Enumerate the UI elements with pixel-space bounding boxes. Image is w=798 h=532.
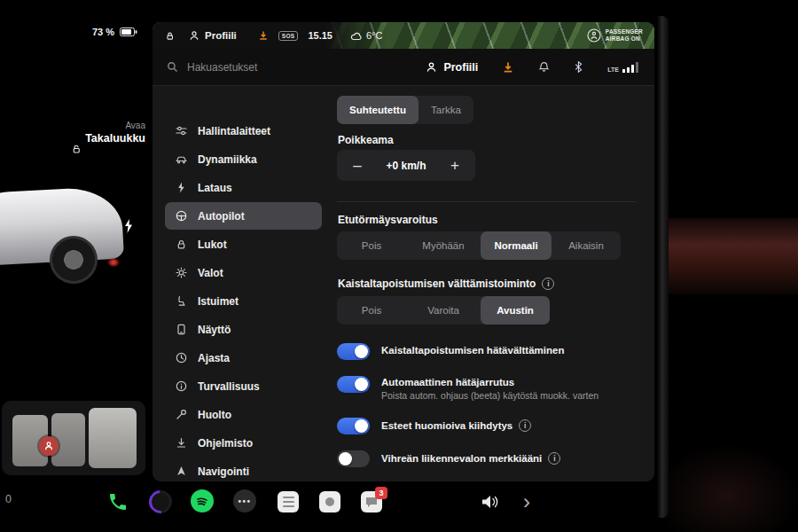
open-trunk-hint: Avaa [46,121,145,130]
search-placeholder: Hakuasetukset [187,61,257,74]
open-trunk-button[interactable]: Avaa Takaluukku [46,121,145,145]
segment-chill[interactable]: Suhteutettu [337,96,419,124]
emergency-lane-toggle[interactable] [337,343,370,360]
driver-temp-fragment[interactable]: 0 [5,493,12,505]
volume-control[interactable] [478,489,503,514]
car-wheel [50,236,98,284]
more-apps-button[interactable]: ••• [233,489,256,512]
status-profile-label[interactable]: Profiili [205,30,237,41]
sidebar-item-label: Navigointi [198,466,249,478]
sidebar-item-dynamics[interactable]: Dynamiikka [165,145,322,173]
interior-shadow [630,426,798,532]
offset-minus-button[interactable]: – [337,150,378,181]
outside-temp-label[interactable]: 6°C [366,30,382,41]
info-icon[interactable]: i [548,452,560,465]
navigation-icon [176,466,187,477]
network-indicator[interactable]: LTE [607,62,638,73]
sidebar-item-label: Ohjelmisto [198,437,253,450]
toggle-row-aeb: Automaattinen hätäjarrutus Poista autom.… [337,375,598,401]
sidebar-item-label: Istuimet [198,295,239,308]
download-icon[interactable] [502,61,514,74]
download-icon[interactable] [258,30,269,41]
section-divider [337,201,636,202]
profile-icon [426,61,437,73]
record-app-button[interactable] [148,489,173,514]
sidebar-item-label: Valot [198,267,223,279]
sidebar-item-software[interactable]: Ohjelmisto [165,429,322,457]
dynamics-icon [176,153,187,165]
lock-icon[interactable] [165,31,175,41]
app-button-1[interactable] [276,489,301,514]
sidebar-item-autopilot[interactable]: Autopilot [165,202,322,230]
segment-precise[interactable]: Tarkka [419,96,473,124]
sidebar-item-label: Ajasta [198,352,230,364]
segment-early[interactable]: Aikaisin [552,231,621,260]
search-icon [167,61,178,73]
bell-icon[interactable] [538,61,550,73]
spotify-icon [193,492,211,510]
battery-indicator: 73 % [92,27,137,37]
sidebar-item-label: Dynamiikka [198,153,257,166]
toggle-row-obstacle-accel: Esteet huomioiva kiihdytys i [337,417,531,434]
sidebar-item-charging[interactable]: Lataus [165,174,322,201]
toggle-label: Esteet huomioiva kiihdytys [381,420,512,431]
sidebar-item-navigation[interactable]: Navigointi [165,458,322,481]
sidebar-item-controls[interactable]: Hallintalaitteet [165,117,322,145]
seat-alert-badge [39,436,59,456]
sidebar-item-schedule[interactable]: Ajasta [165,344,322,372]
sidebar-item-label: Näyttö [198,324,231,336]
profile-icon[interactable] [189,30,200,41]
info-icon[interactable]: i [519,419,531,432]
tesla-center-display: 73 % Avaa Takaluukku 0 [0,0,798,532]
segment-warn[interactable]: Varoita [406,296,481,325]
lights-icon [176,267,187,278]
sidebar-item-label: Lataus [198,182,232,194]
service-icon [176,409,187,420]
segment-normal[interactable]: Normaali [481,231,552,260]
obstacle-accel-toggle[interactable] [337,418,370,434]
notification-badge: 3 [375,487,387,499]
profile-menu-button[interactable]: Profiili [426,61,478,74]
sidebar-item-lights[interactable]: Valot [165,259,322,286]
toggle-row-green-light-chime: Vihreän liikennevalon merkkiääni i [337,450,560,467]
locks-icon [176,239,187,250]
battery-icon [120,27,137,36]
segment-off[interactable]: Pois [337,231,406,260]
sidebar-item-label: Lukot [198,239,227,251]
app-button-2[interactable] [317,489,342,514]
toggle-label: Automaattinen hätäjarrutus [381,377,514,387]
info-icon[interactable]: i [542,278,554,290]
phone-app-button[interactable] [106,489,130,514]
green-light-chime-toggle[interactable] [337,450,370,467]
sidebar-item-display[interactable]: Näyttö [165,316,322,343]
segment-assist[interactable]: Avustin [481,296,550,325]
charge-port-bolt-icon[interactable] [122,218,135,234]
aeb-toggle[interactable] [337,376,370,393]
settings-window: Profiili SOS 15.15 6°C PASSENGER AIRBAG … [153,22,654,481]
sidebar-item-seats[interactable]: Istuimet [165,287,322,315]
rear-seat-right[interactable] [89,408,137,468]
offset-plus-button[interactable]: + [434,150,475,181]
spotify-app-button[interactable] [191,489,214,512]
acceleration-segment: Suhteutettu Tarkka [337,96,473,124]
software-icon [176,437,187,449]
seats-icon [176,295,187,307]
header-icons: Profiili LTE [426,61,638,74]
sidebar-item-label: Autopilot [198,210,245,223]
battery-percent-label: 73 % [92,27,114,37]
lane-departure-segment: Pois Varoita Avustin [337,296,550,325]
fcw-label: Etutörmäysvaroitus [338,214,438,226]
segment-late[interactable]: Myöhään [406,231,481,260]
volume-icon [481,494,500,510]
bluetooth-icon[interactable] [574,61,583,73]
launcher-expand-button[interactable]: › [514,489,539,514]
segment-off[interactable]: Pois [337,296,406,325]
messages-app-button[interactable]: 3 [359,489,384,514]
sidebar-item-locks[interactable]: Lukot [165,231,322,258]
car-tail-light [108,259,119,266]
header-profile-label: Profiili [443,61,478,74]
sidebar-item-service[interactable]: Huolto [165,401,322,428]
search-input[interactable]: Hakuasetukset Profiili [153,49,654,86]
sidebar-item-safety[interactable]: Turvallisuus [165,372,322,400]
unlocked-icon[interactable] [71,144,82,154]
